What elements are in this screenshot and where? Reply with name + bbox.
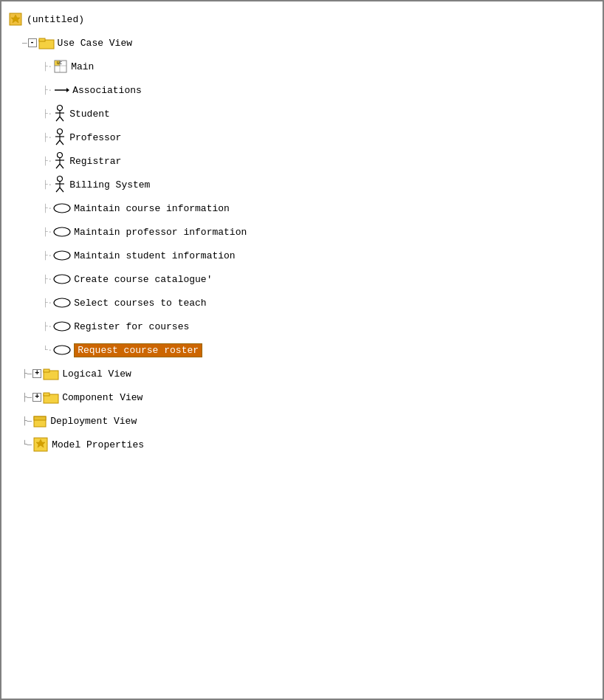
root-icon bbox=[7, 11, 24, 27]
billing-actor-icon bbox=[53, 176, 66, 193]
student-label: Student bbox=[69, 109, 110, 119]
model-properties-item[interactable]: └— Model Properties bbox=[7, 433, 597, 456]
folder-icon bbox=[38, 36, 55, 49]
root-label: (untitled) bbox=[27, 15, 84, 24]
main-item[interactable]: ├· UC Main bbox=[7, 55, 597, 78]
request-roster-label: Request course roster bbox=[74, 343, 202, 357]
deployment-view-label: Deployment View bbox=[50, 416, 137, 426]
svg-point-37 bbox=[54, 346, 70, 354]
registrar-item[interactable]: ├· Registrar bbox=[7, 149, 597, 173]
component-folder-icon bbox=[43, 391, 59, 404]
select-courses-label: Select courses to teach bbox=[74, 298, 206, 308]
use-case-expand[interactable]: - bbox=[28, 38, 37, 47]
select-courses-item[interactable]: ├· Select courses to teach bbox=[7, 291, 597, 315]
maintain-course-label: Maintain course information bbox=[74, 204, 230, 213]
svg-line-19 bbox=[56, 140, 60, 145]
maintain-course-item[interactable]: ├· Maintain course information bbox=[7, 196, 597, 220]
svg-line-24 bbox=[56, 164, 60, 168]
svg-point-35 bbox=[54, 298, 70, 307]
usecase-oval-icon6 bbox=[53, 321, 71, 332]
maintain-student-item[interactable]: ├· Maintain student information bbox=[7, 244, 597, 267]
assoc-icon bbox=[53, 85, 69, 95]
logical-folder-icon bbox=[43, 367, 59, 380]
svg-point-26 bbox=[58, 176, 63, 182]
root-item: (untitled) bbox=[7, 7, 597, 31]
create-catalogue-label: Create course catalogue' bbox=[74, 275, 212, 284]
model-properties-icon bbox=[32, 436, 49, 453]
svg-point-16 bbox=[58, 129, 63, 134]
svg-point-34 bbox=[54, 275, 70, 284]
register-courses-item[interactable]: ├· Register for courses bbox=[7, 315, 597, 338]
deployment-view-item[interactable]: ├— Deployment View bbox=[7, 409, 597, 433]
maintain-professor-item[interactable]: ├· Maintain professor information bbox=[7, 220, 597, 244]
deployment-icon bbox=[32, 414, 47, 428]
usecase-oval-icon3 bbox=[53, 250, 71, 261]
associations-item[interactable]: ├· Associations bbox=[7, 78, 597, 102]
register-courses-label: Register for courses bbox=[74, 322, 189, 332]
student-actor-icon bbox=[53, 105, 66, 123]
main-window: (untitled) — - Use Case View ├· bbox=[0, 0, 604, 700]
component-view-item[interactable]: ├— + Component View bbox=[7, 385, 597, 409]
registrar-label: Registrar bbox=[69, 157, 121, 166]
project-tree: (untitled) — - Use Case View ├· bbox=[7, 7, 597, 456]
logical-expand[interactable]: + bbox=[32, 369, 41, 378]
svg-point-31 bbox=[54, 204, 70, 213]
create-catalogue-item[interactable]: ├· Create course catalogue' bbox=[7, 267, 597, 291]
svg-line-14 bbox=[56, 117, 60, 121]
svg-point-11 bbox=[58, 106, 63, 111]
use-case-view-label: Use Case View bbox=[58, 38, 132, 48]
component-view-label: Component View bbox=[62, 393, 143, 402]
svg-point-32 bbox=[54, 227, 70, 236]
usecase-oval-icon7 bbox=[53, 345, 71, 355]
svg-point-33 bbox=[54, 251, 70, 260]
svg-point-21 bbox=[58, 153, 63, 158]
usecase-oval-icon bbox=[53, 203, 71, 213]
associations-label: Associations bbox=[72, 86, 142, 95]
professor-label: Professor bbox=[69, 133, 121, 143]
professor-actor-icon bbox=[53, 128, 66, 146]
registrar-actor-icon bbox=[53, 152, 66, 170]
svg-rect-43 bbox=[34, 416, 46, 420]
usecase-oval-icon5 bbox=[53, 298, 71, 308]
logical-view-label: Logical View bbox=[62, 369, 131, 379]
student-item[interactable]: ├· Student bbox=[7, 102, 597, 126]
maintain-professor-label: Maintain professor information bbox=[74, 227, 247, 237]
billing-item[interactable]: ├· Billing System bbox=[7, 173, 597, 196]
svg-rect-41 bbox=[44, 393, 49, 396]
svg-line-30 bbox=[60, 188, 64, 192]
use-case-view-item[interactable]: — - Use Case View bbox=[7, 31, 597, 55]
diagram-icon: UC bbox=[53, 60, 68, 73]
tree-panel: (untitled) — - Use Case View ├· bbox=[1, 1, 603, 699]
main-label: Main bbox=[71, 62, 94, 72]
svg-point-36 bbox=[54, 322, 70, 331]
svg-rect-3 bbox=[39, 38, 45, 41]
billing-label: Billing System bbox=[69, 180, 150, 190]
svg-marker-10 bbox=[66, 88, 69, 92]
logical-view-item[interactable]: ├— + Logical View bbox=[7, 362, 597, 385]
usecase-oval-icon2 bbox=[53, 227, 71, 237]
svg-line-15 bbox=[60, 117, 64, 121]
request-roster-item[interactable]: └· Request course roster bbox=[7, 338, 597, 362]
professor-item[interactable]: ├· Professor bbox=[7, 126, 597, 149]
model-properties-label: Model Properties bbox=[52, 440, 144, 450]
usecase-oval-icon4 bbox=[53, 274, 71, 284]
svg-line-29 bbox=[56, 188, 60, 192]
svg-line-25 bbox=[60, 164, 64, 168]
maintain-student-label: Maintain student information bbox=[74, 251, 235, 261]
svg-rect-39 bbox=[44, 369, 49, 372]
svg-line-20 bbox=[60, 140, 64, 145]
component-expand[interactable]: + bbox=[32, 393, 41, 402]
